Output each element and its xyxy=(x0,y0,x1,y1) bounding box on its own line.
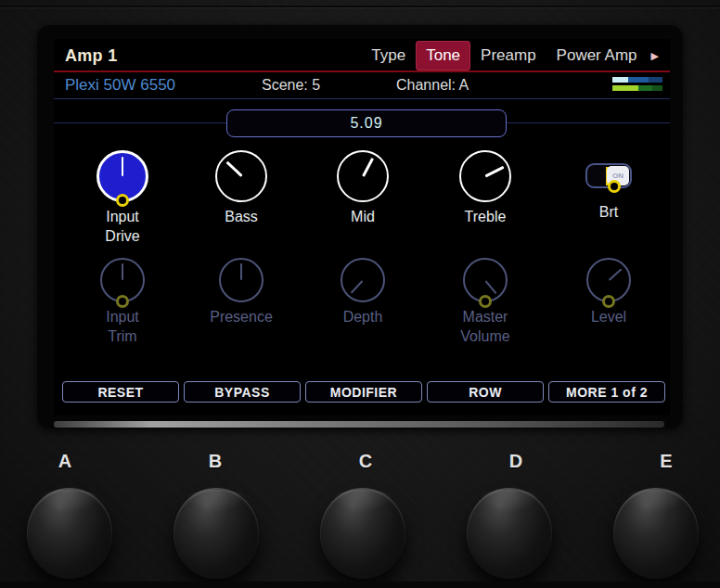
level-knob[interactable] xyxy=(586,258,631,302)
knob-cell-input-drive: Input Drive xyxy=(67,150,178,247)
preset-info-row: Plexi 50W 6550 Scene: 5 Channel: A xyxy=(54,73,670,99)
depth-knob[interactable] xyxy=(341,258,385,302)
knob-label: Mid xyxy=(351,208,375,227)
scene-indicator: Scene: 5 xyxy=(262,77,320,94)
input-trim-knob[interactable] xyxy=(100,258,145,302)
tab-bar: Type Tone Preamp Power Amp ▶ xyxy=(361,41,666,70)
knob-label: Presence xyxy=(210,308,273,327)
knob-cell-level: Level xyxy=(553,258,664,327)
amp-model-name: Plexi 50W 6550 xyxy=(65,76,175,95)
knob-d-label: D xyxy=(509,451,522,472)
knob-pointer xyxy=(122,157,124,176)
device-front-panel: Amp 1 Type Tone Preamp Power Amp ▶ Plexi… xyxy=(0,0,720,588)
mid-knob[interactable] xyxy=(337,150,389,202)
knob-a-label: A xyxy=(58,451,71,472)
knob-cell-presence: Presence xyxy=(186,258,297,327)
tab-type[interactable]: Type xyxy=(361,41,416,70)
modifier-indicator xyxy=(602,295,615,308)
knob-cell-input-trim: Input Trim xyxy=(67,258,178,347)
lcd-screen: Amp 1 Type Tone Preamp Power Amp ▶ Plexi… xyxy=(54,39,670,415)
channel-indicator: Channel: A xyxy=(396,77,469,94)
knob-label: Master Volume xyxy=(460,308,509,347)
knob-label: Input Trim xyxy=(106,308,139,347)
physical-knob-panel: A B C D E xyxy=(0,428,720,588)
screen-header: Amp 1 Type Tone Preamp Power Amp ▶ xyxy=(54,39,670,72)
knob-pointer xyxy=(225,161,242,177)
master-volume-knob[interactable] xyxy=(463,258,508,302)
physical-knob-b[interactable] xyxy=(174,488,259,579)
modifier-button[interactable]: MODIFIER xyxy=(305,381,422,403)
chassis-bottom-edge xyxy=(0,582,720,588)
knob-pointer xyxy=(362,158,373,176)
knob-pointer xyxy=(608,268,622,281)
knob-label: Bass xyxy=(225,208,258,227)
reset-button[interactable]: RESET xyxy=(62,381,179,403)
row-button[interactable]: ROW xyxy=(427,381,544,403)
presence-knob[interactable] xyxy=(219,258,264,302)
chassis-seam xyxy=(0,6,720,7)
modifier-indicator xyxy=(479,295,492,308)
tab-tone[interactable]: Tone xyxy=(416,41,470,70)
bypass-button[interactable]: BYPASS xyxy=(184,381,301,403)
input-drive-knob[interactable] xyxy=(96,150,148,202)
bezel-edge-highlight xyxy=(54,421,664,428)
knob-pointer xyxy=(350,279,363,293)
knob-cell-master-volume: Master Volume xyxy=(430,258,541,347)
knob-pointer xyxy=(240,263,242,280)
knob-label: Treble xyxy=(465,208,507,227)
physical-knob-c[interactable] xyxy=(320,488,405,579)
knob-label: Depth xyxy=(343,308,383,327)
tab-power-amp[interactable]: Power Amp xyxy=(546,41,648,70)
tab-preamp[interactable]: Preamp xyxy=(470,41,546,70)
knob-pointer xyxy=(484,279,496,293)
knob-cell-treble: Treble xyxy=(430,150,541,227)
knob-cell-depth: Depth xyxy=(307,258,418,327)
knob-label: Level xyxy=(591,308,626,327)
knob-label: Brt xyxy=(599,203,618,223)
knob-pointer xyxy=(122,263,123,280)
knob-b-label: B xyxy=(209,451,222,472)
knob-cell-mid: Mid xyxy=(307,150,418,227)
knob-e-label: E xyxy=(660,451,672,472)
physical-knob-d[interactable] xyxy=(467,488,552,579)
more-pages-button[interactable]: MORE 1 of 2 xyxy=(548,381,665,403)
parameter-value-display[interactable]: 5.09 xyxy=(226,109,507,137)
soft-button-bar: RESET BYPASS MODIFIER ROW MORE 1 of 2 xyxy=(62,381,665,403)
brt-toggle-switch[interactable]: ON xyxy=(585,163,632,188)
bass-knob[interactable] xyxy=(215,150,267,202)
screen-bezel: Amp 1 Type Tone Preamp Power Amp ▶ Plexi… xyxy=(37,24,683,428)
meter-bar-bottom xyxy=(612,85,662,91)
knob-c-label: C xyxy=(359,451,372,472)
modifier-indicator xyxy=(116,194,129,207)
level-meters xyxy=(612,77,662,94)
physical-knob-a[interactable] xyxy=(27,488,112,579)
knob-cell-brt: ON Brt xyxy=(553,150,664,223)
modifier-indicator xyxy=(116,295,129,308)
parameter-value: 5.09 xyxy=(350,115,382,132)
switch-state-label: ON xyxy=(612,172,624,180)
block-title: Amp 1 xyxy=(65,46,118,66)
meter-bar-top xyxy=(612,77,662,83)
knob-pointer xyxy=(484,166,504,177)
knob-cell-bass: Bass xyxy=(186,150,297,227)
physical-knob-e[interactable] xyxy=(613,488,699,579)
more-tabs-arrow-icon[interactable]: ▶ xyxy=(648,50,666,70)
modifier-indicator xyxy=(608,180,621,193)
knob-label: Input Drive xyxy=(105,208,139,247)
treble-knob[interactable] xyxy=(459,150,511,202)
